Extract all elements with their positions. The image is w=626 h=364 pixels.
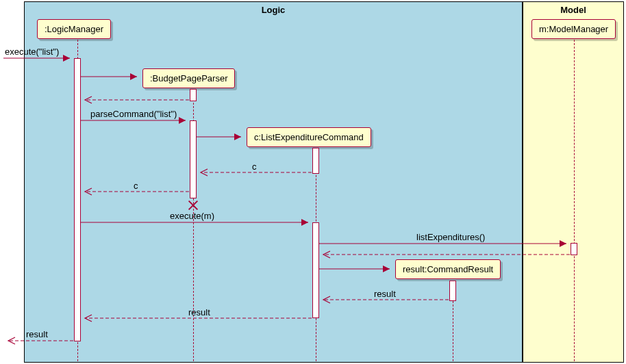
activation-commandresult — [449, 281, 456, 301]
msg-return-c2: c — [134, 181, 138, 191]
msg-listexpenditures: listExpenditures() — [416, 232, 485, 242]
participant-commandresult: result:CommandResult — [395, 259, 501, 279]
region-logic: Logic — [24, 1, 523, 363]
msg-execute-list: execute("list") — [5, 47, 59, 57]
msg-return-result1: result — [374, 289, 396, 299]
participant-budgetpageparser: :BudgetPageParser — [142, 68, 235, 88]
activation-budgetpageparser-2 — [190, 120, 197, 198]
msg-return-c1: c — [252, 161, 257, 172]
participant-modelmanager: m:ModelManager — [531, 19, 616, 39]
region-logic-title: Logic — [25, 5, 522, 15]
activation-budgetpageparser-1 — [190, 89, 197, 101]
activation-listexpcommand-1 — [312, 148, 319, 174]
lifeline-modelmanager — [574, 40, 575, 361]
participant-logicmanager: :LogicManager — [37, 19, 111, 39]
activation-modelmanager — [571, 243, 577, 255]
region-model-title: Model — [523, 5, 623, 15]
msg-parsecommand-list: parseCommand("list") — [90, 109, 177, 119]
msg-return-result2: result — [188, 307, 210, 317]
activation-logicmanager — [74, 58, 81, 341]
region-model: Model — [523, 1, 624, 363]
participant-listexpcommand: c:ListExpenditureCommand — [247, 127, 371, 147]
msg-return-result3: result — [26, 329, 48, 339]
destroy-icon — [187, 198, 199, 211]
activation-listexpcommand-2 — [312, 222, 319, 318]
msg-execute-m: execute(m) — [170, 211, 214, 221]
